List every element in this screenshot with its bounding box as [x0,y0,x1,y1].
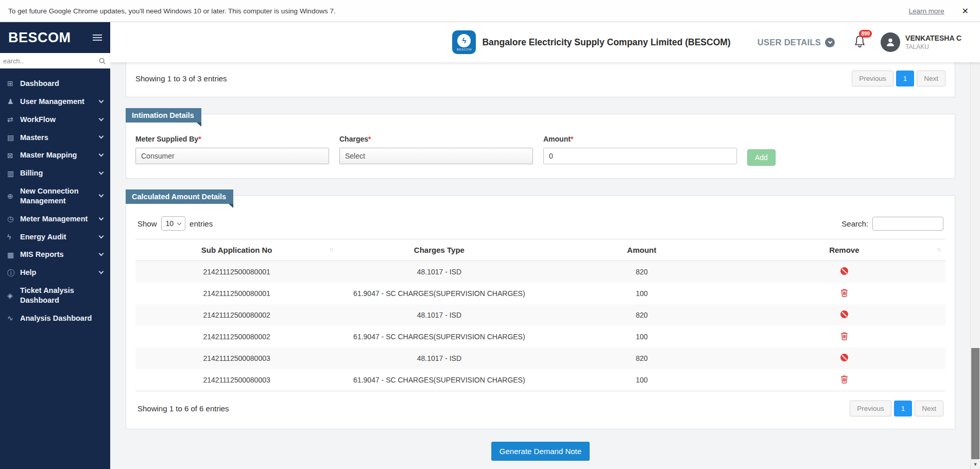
learn-more-link[interactable]: Learn more [909,7,944,15]
charges-select[interactable]: Select [339,148,533,164]
energy-icon: ϟ [7,232,20,241]
ban-icon [840,310,849,319]
user-avatar-icon [885,37,896,48]
cell-amount: 820 [541,348,743,369]
selected-value: Consumer [141,152,175,160]
page-number-button[interactable]: 1 [896,71,915,86]
company-title: Bangalore Electricity Supply Company Lim… [482,37,730,48]
cell-amount: 100 [541,369,743,391]
chevron-down-icon [99,170,104,175]
sidebar-item-label: Ticket Analysis Dashboard [20,286,103,305]
table-search-input[interactable] [872,217,943,231]
required-asterisk: * [368,135,371,143]
sidebar-item-label: User Management [20,97,96,107]
sidebar-item-master-mapping[interactable]: ⊠ Master Mapping [0,146,110,164]
page-number-button[interactable]: 1 [894,401,913,416]
sidebar-item-label: MIS Reports [20,250,96,259]
sidebar-item-mis-reports[interactable]: ▦ MIS Reports [0,246,110,264]
remove-button[interactable] [840,375,848,384]
meter-supplied-by-field: Meter Supplied By* Consumer [135,135,329,164]
page-size-control: Show 10 entries [137,216,213,231]
remove-button[interactable] [840,288,848,297]
page-size-select[interactable]: 10 [161,216,186,231]
reports-icon: ▦ [7,250,20,259]
table-search-control: Search: [841,217,943,231]
cell-charges-type: 48.1017 - ISD [338,304,540,326]
sidebar-item-help[interactable]: ⓘ Help [0,264,110,282]
chevron-down-icon [99,193,104,198]
remove-button[interactable] [840,267,849,275]
chevron-down-icon [99,134,104,139]
meter-icon: ◷ [7,214,20,223]
amount-input[interactable] [543,148,737,164]
sidebar-item-energy-audit[interactable]: ϟ Energy Audit [0,228,110,246]
search-label: Search: [841,219,868,228]
dashboard-icon: ⊞ [7,79,20,88]
close-icon[interactable]: ✕ [962,6,969,16]
generate-demand-note-button[interactable]: Generate Demand Note [491,442,590,461]
connection-icon: ⊕ [7,192,20,201]
sidebar-search-input[interactable] [0,53,110,68]
sidebar-item-ticket-analysis-dashboard[interactable]: ◈ Ticket Analysis Dashboard [0,282,110,309]
table-row: 21421112500080002 48.1017 - ISD 820 [135,304,945,326]
field-label: Amount [543,135,571,143]
mapping-icon: ⊠ [7,151,20,160]
scroll-down-arrow-icon[interactable]: ▼ [971,460,980,468]
table-row: 21421112500080002 61.9047 - SC CHARGES(S… [135,326,945,348]
cell-charges-type: 48.1017 - ISD [338,348,540,369]
add-button[interactable]: Add [747,149,776,166]
sidebar-item-label: New Connection Management [20,186,96,206]
previous-page-button[interactable]: Previous [850,401,891,416]
menu-toggle-icon[interactable] [93,34,102,41]
table-showing-text: Showing 1 to 6 of 6 entries [137,404,229,413]
sidebar-item-dashboard[interactable]: ⊞ Dashboard [0,75,110,93]
chevron-down-icon [99,251,104,256]
meter-supplied-by-select[interactable]: Consumer [135,148,329,164]
chevron-down-icon [99,269,104,274]
cell-sub-application-no: 21421112500080003 [135,348,338,369]
ban-icon [840,267,849,275]
next-page-button[interactable]: Next [915,401,943,416]
sidebar-item-new-connection-management[interactable]: ⊕ New Connection Management [0,182,110,210]
scrollbar-thumb[interactable] [971,348,979,459]
user-details-chevron-icon [825,38,835,47]
chevron-down-icon [177,220,181,224]
table-row: 21421112500080001 48.1017 - ISD 820 [135,261,945,283]
cell-charges-type: 61.9047 - SC CHARGES(SUPERVISION CHARGES… [338,369,540,391]
remove-button[interactable] [840,353,849,362]
panel-title: Calculated Amount Details [126,189,233,204]
cell-sub-application-no: 21421112500080002 [135,326,338,348]
sidebar-item-meter-management[interactable]: ◷ Meter Management [0,210,110,228]
billing-icon: ▥ [7,169,20,178]
trash-icon [840,375,848,384]
user-identity: VENKATESHA C TALAKU [905,34,961,50]
next-page-button[interactable]: Next [917,71,945,86]
avatar[interactable] [881,32,900,52]
user-location: TALAKU [905,43,961,50]
remove-button[interactable] [840,332,848,340]
sidebar-item-workflow[interactable]: ⇄ WorkFlow [0,111,110,129]
sidebar-item-masters[interactable]: ▤ Masters [0,129,110,147]
sidebar-item-label: Dashboard [20,79,103,89]
sidebar-item-billing[interactable]: ▥ Billing [0,164,110,182]
user-details-label: USER DETAILS [758,38,821,47]
sort-icons: ↑↓ [329,246,333,252]
column-header-charges-type[interactable]: Charges Type [338,239,540,261]
table-row: 21421112500080001 61.9047 - SC CHARGES(S… [135,283,945,304]
remove-button[interactable] [840,310,849,319]
column-header-amount[interactable]: Amount [541,239,743,261]
sidebar-item-user-management[interactable]: ♟ User Management [0,93,110,111]
previous-page-button[interactable]: Previous [852,71,893,86]
notifications-button[interactable]: 899 [853,34,866,50]
sidebar-item-label: Analysis Dashboard [20,314,103,323]
sidebar-item-analysis-dashboard[interactable]: ∿ Analysis Dashboard [0,309,110,327]
workflow-icon: ⇄ [7,115,20,124]
user-details-menu[interactable]: USER DETAILS [758,38,835,47]
search-icon[interactable] [98,57,106,65]
main-content: Showing 1 to 3 of 3 entries Previous 1 N… [110,62,980,469]
sidebar-item-label: Master Mapping [20,150,96,160]
charges-field: Charges* Select [339,135,533,164]
vertical-scrollbar[interactable]: ▲ ▼ [970,22,980,469]
column-header-remove[interactable]: Remove↑↓ [743,239,945,261]
column-header-sub-application-no[interactable]: Sub Application No↑↓ [135,239,338,261]
